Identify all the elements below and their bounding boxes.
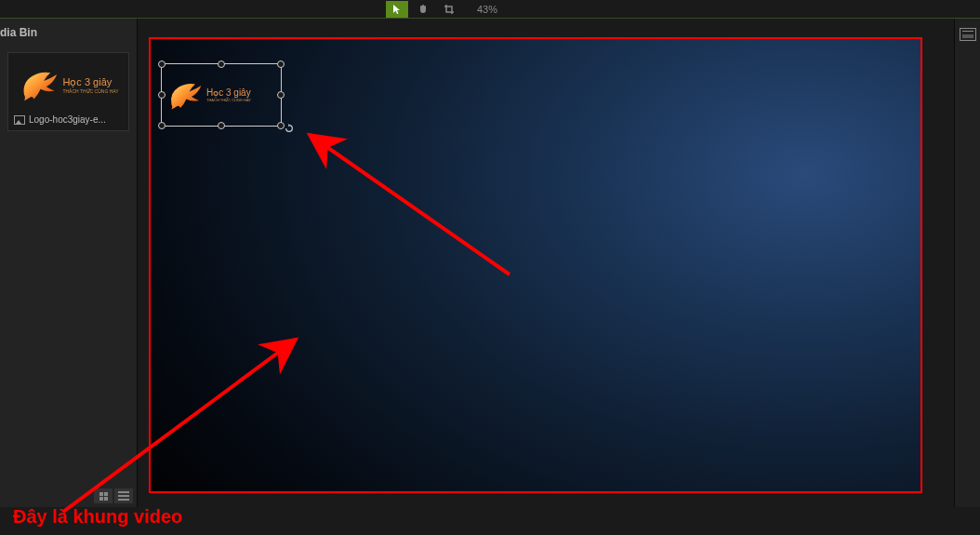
- media-filename-row: Logo-hoc3giay-e...: [14, 111, 123, 125]
- main-area: dia Bin Học 3 giây THÁCH THỨC CÙNG HA: [0, 19, 980, 507]
- resize-handle-tl[interactable]: [158, 60, 166, 68]
- resize-handle-mr[interactable]: [277, 91, 285, 99]
- logo-thumbnail: Học 3 giây THÁCH THỨC CÙNG HAY: [14, 59, 122, 111]
- resize-handle-tr[interactable]: [277, 60, 285, 68]
- zoom-level[interactable]: 43%: [471, 4, 503, 15]
- crop-tool-button[interactable]: [438, 1, 460, 18]
- bird-logo-icon: [166, 78, 203, 112]
- bird-logo-icon: [18, 66, 59, 103]
- canvas-area[interactable]: Học 3 giây THÁCH THỨC CÙNG HAY: [138, 19, 954, 507]
- grid-icon: [99, 492, 108, 501]
- properties-panel: [954, 19, 980, 507]
- media-bin-sidebar: dia Bin Học 3 giây THÁCH THỨC CÙNG HA: [0, 19, 138, 507]
- logo-text-sub: THÁCH THỨC CÙNG HAY: [62, 88, 118, 94]
- properties-icon[interactable]: [960, 28, 976, 41]
- logo-text-main: Học 3 giây: [62, 76, 118, 88]
- view-toggles: [0, 485, 137, 507]
- media-item[interactable]: Học 3 giây THÁCH THỨC CÙNG HAY Logo-hoc3…: [7, 52, 129, 131]
- annotation-label: Đây là khung video: [13, 506, 182, 528]
- selected-object[interactable]: Học 3 giây THÁCH THỨC CÙNG HAY: [161, 63, 282, 127]
- selected-logo-sub: THÁCH THỨC CÙNG HAY: [206, 98, 251, 102]
- grid-view-button[interactable]: [94, 488, 113, 503]
- selected-logo-main: Học 3 giây: [206, 87, 251, 98]
- video-preview-frame[interactable]: Học 3 giây THÁCH THỨC CÙNG HAY: [149, 37, 922, 493]
- media-filename-text: Logo-hoc3giay-e...: [29, 114, 106, 125]
- rotate-handle[interactable]: [285, 120, 294, 129]
- resize-handle-ml[interactable]: [158, 91, 166, 99]
- list-icon: [118, 491, 129, 501]
- list-view-button[interactable]: [114, 488, 133, 503]
- resize-handle-bm[interactable]: [218, 122, 225, 129]
- resize-handle-tm[interactable]: [218, 60, 225, 68]
- sidebar-title: dia Bin: [0, 19, 137, 48]
- pointer-tool-button[interactable]: [386, 1, 408, 18]
- top-toolbar: 43%: [0, 0, 980, 19]
- resize-handle-br[interactable]: [277, 122, 285, 129]
- resize-handle-bl[interactable]: [158, 122, 166, 129]
- image-type-icon: [14, 115, 25, 125]
- selected-logo-content: Học 3 giây THÁCH THỨC CÙNG HAY: [162, 64, 281, 126]
- hand-tool-button[interactable]: [412, 1, 434, 18]
